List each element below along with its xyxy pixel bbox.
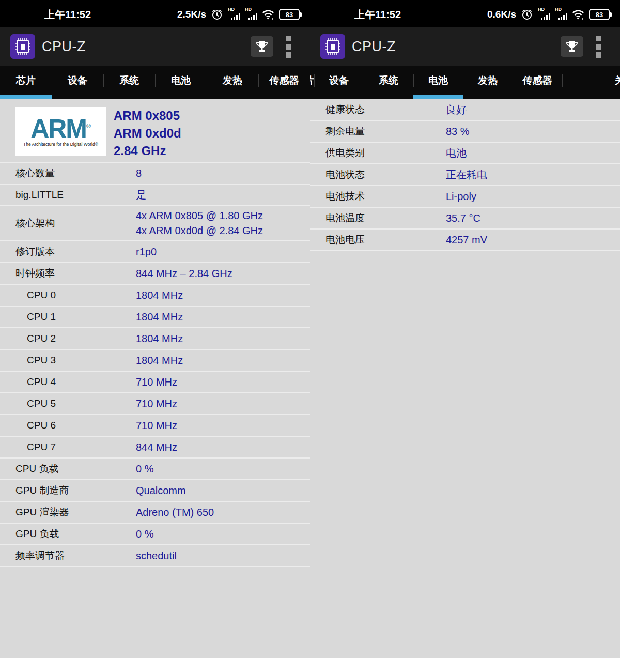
tab-partial-left[interactable]: 片	[310, 66, 314, 99]
content-scroll-area[interactable]: 健康状态 良好 剩余电量 83 % 供电类别 电池 电池状态 正在耗电 电池技术…	[310, 99, 620, 658]
table-row: CPU 1 1804 MHz	[0, 307, 310, 328]
table-row: CPU 6 710 MHz	[0, 415, 310, 437]
overflow-menu-button[interactable]	[596, 36, 601, 58]
overflow-menu-button[interactable]	[286, 36, 291, 58]
benchmark-trophy-button[interactable]	[561, 36, 583, 57]
table-row: 电池状态 正在耗电	[310, 164, 620, 186]
table-row: GPU 制造商 Qualcomm	[0, 480, 310, 502]
table-row: 核心架构 4x ARM 0x805 @ 1.80 GHz 4x ARM 0xd0…	[0, 206, 310, 241]
row-value: Adreno (TM) 650	[136, 505, 214, 520]
status-icons: 0.6K/s HD HD	[487, 8, 612, 21]
row-value: 1804 MHz	[136, 331, 183, 346]
row-label: 供电类别	[326, 146, 446, 160]
trophy-icon	[255, 40, 269, 53]
row-label: 频率调节器	[16, 549, 136, 562]
soc-header: ARM® The Architecture for the Digital Wo…	[0, 99, 310, 163]
app-title: CPU-Z	[352, 39, 396, 55]
row-value: 0 %	[136, 462, 153, 477]
table-row: CPU 7 844 MHz	[0, 437, 310, 459]
row-value: 4x ARM 0x805 @ 1.80 GHz 4x ARM 0xd0d @ 2…	[136, 208, 263, 238]
tab-item[interactable]: 设备	[314, 66, 364, 99]
tab-item[interactable]: 芯片	[0, 66, 52, 99]
benchmark-trophy-button[interactable]	[251, 36, 273, 57]
tab-item[interactable]: 系统	[364, 66, 413, 99]
row-label: GPU 渲染器	[16, 506, 136, 519]
tab-item[interactable]: 电池	[155, 66, 207, 99]
table-row: CPU 0 1804 MHz	[0, 285, 310, 307]
cellular-signal-icon-sim2: HD	[555, 8, 567, 21]
row-value: 是	[136, 188, 146, 203]
row-label: CPU 2	[16, 333, 136, 344]
table-row: 电池技术 Li-poly	[310, 186, 620, 208]
cpu-z-app-icon	[320, 34, 345, 59]
row-label: CPU 7	[16, 441, 136, 453]
wifi-icon	[262, 9, 274, 20]
row-value: 710 MHz	[136, 375, 177, 390]
row-value: 1804 MHz	[136, 310, 183, 325]
row-value: 83 %	[446, 124, 470, 139]
row-value: 良好	[446, 102, 467, 117]
status-time: 上午11:52	[44, 8, 91, 22]
row-value: 1804 MHz	[136, 288, 183, 303]
network-speed: 2.5K/s	[177, 9, 206, 20]
row-value: 1804 MHz	[136, 353, 183, 368]
table-row: 频率调节器 schedutil	[0, 545, 310, 567]
row-value: 844 MHz	[136, 440, 177, 455]
app-bar: CPU-Z	[310, 27, 620, 66]
row-value: 710 MHz	[136, 396, 177, 411]
row-label: CPU 0	[16, 289, 136, 301]
row-label: 健康状态	[326, 103, 446, 116]
row-label: 电池电压	[326, 233, 446, 247]
cpu-z-app-icon	[10, 34, 35, 59]
panel-left-chip: 上午11:52 2.5K/s HD	[0, 0, 310, 672]
row-label: 剩余电量	[326, 125, 446, 138]
app-bar: CPU-Z	[0, 27, 310, 66]
row-label: GPU 负载	[16, 527, 136, 541]
tab-item[interactable]: 电池	[413, 66, 463, 99]
tab-item[interactable]: 传感器	[258, 66, 310, 99]
battery-table: 健康状态 良好 剩余电量 83 % 供电类别 电池 电池状态 正在耗电 电池技术…	[310, 99, 620, 251]
row-label: CPU 1	[16, 311, 136, 323]
table-row: 电池电压 4257 mV	[310, 230, 620, 251]
gesture-bar-area	[310, 658, 620, 672]
alarm-clock-icon	[211, 8, 223, 21]
network-speed: 0.6K/s	[487, 9, 516, 20]
content-scroll-area[interactable]: ARM® The Architecture for the Digital Wo…	[0, 99, 310, 658]
cellular-signal-icon-sim2: HD	[245, 8, 257, 21]
status-icons: 2.5K/s HD HD	[177, 8, 302, 21]
cellular-signal-icon-sim1: HD	[538, 8, 550, 21]
table-row: GPU 渲染器 Adreno (TM) 650	[0, 502, 310, 524]
dual-screenshot-canvas: 上午11:52 2.5K/s HD	[0, 0, 620, 672]
table-row: big.LITTLE 是	[0, 185, 310, 206]
table-row: 时钟频率 844 MHz – 2.84 GHz	[0, 263, 310, 285]
table-row: CPU 4 710 MHz	[0, 372, 310, 393]
row-value: 8	[136, 166, 142, 181]
tab-item[interactable]: 传感器	[513, 66, 562, 99]
row-label: 核心架构	[16, 217, 136, 230]
tab-partial-right[interactable]: 关	[562, 66, 620, 99]
table-row: 核心数量 8	[0, 163, 310, 185]
row-value: r1p0	[136, 245, 157, 259]
tab-bar: 芯片设备系统电池发热传感器	[0, 66, 310, 99]
row-label: CPU 负载	[16, 462, 136, 476]
row-value: 4257 mV	[446, 233, 487, 248]
tab-item[interactable]: 发热	[207, 66, 258, 99]
row-label: GPU 制造商	[16, 484, 136, 497]
gesture-bar-area	[0, 658, 310, 672]
battery-icon: 83	[279, 9, 302, 20]
status-bar: 上午11:52 2.5K/s HD	[0, 0, 310, 27]
tab-item[interactable]: 发热	[463, 66, 513, 99]
row-label: 核心数量	[16, 166, 136, 180]
row-value: 35.7 °C	[446, 211, 481, 226]
row-value: 电池	[446, 146, 467, 161]
row-label: 电池状态	[326, 168, 446, 181]
row-label: 时钟频率	[16, 267, 136, 280]
row-value: Qualcomm	[136, 483, 186, 498]
row-label: 电池温度	[326, 211, 446, 225]
tab-item[interactable]: 设备	[52, 66, 103, 99]
table-row: CPU 5 710 MHz	[0, 393, 310, 415]
status-bar: 上午11:52 0.6K/s HD	[310, 0, 620, 27]
battery-icon: 83	[589, 9, 612, 20]
tab-item[interactable]: 系统	[103, 66, 155, 99]
table-row: 修订版本 r1p0	[0, 241, 310, 263]
